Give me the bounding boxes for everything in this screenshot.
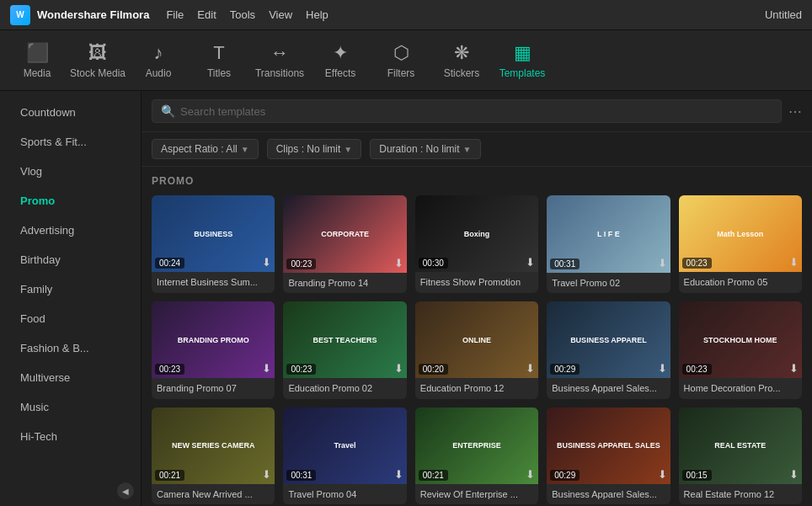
template-card-14[interactable]: BUSINESS APPAREL SALES00:29⬇Business App… [547,407,670,505]
template-thumb-8: ONLINE00:20⬇ [415,301,538,378]
template-download-10[interactable]: ⬇ [789,362,799,375]
template-card-8[interactable]: ONLINE00:20⬇Education Promo 12 [415,301,538,399]
filter-arrow-clips: ▼ [344,145,352,154]
template-download-14[interactable]: ⬇ [658,468,667,481]
template-card-9[interactable]: BUSINESS APPAREL00:29⬇Business Apparel S… [547,301,670,399]
template-name-2: Branding Promo 14 [283,273,406,293]
template-thumb-5: Math Lesson00:23⬇ [679,195,802,272]
toolbar-item-transitions[interactable]: ↔Transitions [249,32,310,89]
template-card-1[interactable]: BUSINESS00:24⬇Internet Business Sum... [152,195,275,293]
template-download-8[interactable]: ⬇ [526,362,535,375]
sidebar-item-countdown[interactable]: Countdown [3,99,137,126]
template-name-6: Branding Promo 07 [152,378,275,398]
menu-item-view[interactable]: View [269,8,292,21]
template-download-9[interactable]: ⬇ [658,362,667,375]
templates-label: Templates [499,67,546,79]
filter-clips[interactable]: Clips : No limit▼ [267,139,362,159]
template-download-13[interactable]: ⬇ [526,468,535,481]
template-card-3[interactable]: Boxing00:30⬇Fitness Show Promotion [415,195,538,293]
sidebar-item-birthday[interactable]: Birthday [3,246,137,274]
filter-aspect-ratio[interactable]: Aspect Ratio : All▼ [152,139,259,159]
more-options-icon[interactable]: ⋯ [788,104,802,120]
template-download-7[interactable]: ⬇ [394,362,403,375]
template-download-3[interactable]: ⬇ [526,256,535,269]
template-thumb-14: BUSINESS APPAREL SALES00:29⬇ [547,407,670,485]
stickers-label: Stickers [444,67,480,79]
template-card-15[interactable]: REAL ESTATE00:15⬇Real Estate Promo 12 [679,407,802,505]
template-card-7[interactable]: BEST TEACHERS00:23⬇Education Promo 02 [283,301,406,399]
title-bar: W Wondershare Filmora FileEditToolsViewH… [0,0,812,30]
toolbar-item-media[interactable]: ⬛Media [7,32,67,89]
filters-icon: ⬡ [393,42,409,64]
app-name: Wondershare Filmora [37,8,149,21]
transitions-icon: ↔ [270,42,289,64]
template-download-1[interactable]: ⬇ [262,256,271,269]
toolbar-item-titles[interactable]: TTitles [189,32,249,89]
titles-label: Titles [207,67,231,79]
content-area: 🔍 ⋯ Aspect Ratio : All▼Clips : No limit▼… [142,91,812,506]
templates-icon: ▦ [514,42,532,64]
template-download-12[interactable]: ⬇ [394,468,403,481]
sidebar-item-promo[interactable]: Promo [3,187,137,215]
template-thumb-text-11: NEW SERIES CAMERA [170,439,257,451]
app-logo: W [10,5,30,25]
sidebar-item-fashion[interactable]: Fashion & B... [3,334,137,362]
sidebar-item-music[interactable]: Music [3,393,137,421]
project-title: Untitled [765,8,802,21]
template-name-14: Business Apparel Sales... [547,484,670,504]
template-thumb-text-2: CORPORATE [319,228,371,240]
sidebar-item-vlog[interactable]: Vlog [3,157,137,185]
template-thumb-10: STOCKHOLM HOME00:23⬇ [679,301,802,378]
template-thumb-text-4: L I F E [596,228,622,240]
menu-item-help[interactable]: Help [306,8,329,21]
template-card-10[interactable]: STOCKHOLM HOME00:23⬇Home Decoration Pro.… [679,301,802,399]
template-download-11[interactable]: ⬇ [262,468,271,481]
filter-arrow-aspect-ratio: ▼ [241,145,249,154]
sidebar-item-sports-fit[interactable]: Sports & Fit... [3,128,137,156]
sidebar-item-hi-tech[interactable]: Hi-Tech [3,423,137,450]
template-name-8: Education Promo 12 [415,378,538,398]
sidebar-collapse-button[interactable]: ◀ [117,482,134,499]
template-thumb-1: BUSINESS00:24⬇ [152,195,275,272]
template-thumb-text-12: Travel [333,439,358,451]
search-input-wrap[interactable]: 🔍 [152,99,782,123]
title-bar-left: W Wondershare Filmora FileEditToolsViewH… [10,5,329,25]
sidebar-item-food[interactable]: Food [3,305,137,333]
filter-label-aspect-ratio: Aspect Ratio : All [161,143,238,155]
template-download-2[interactable]: ⬇ [394,257,403,269]
menu-item-tools[interactable]: Tools [230,8,255,21]
sidebar-item-advertising[interactable]: Advertising [3,216,137,244]
audio-label: Audio [146,67,172,79]
toolbar-item-audio[interactable]: ♪Audio [128,32,189,89]
template-download-4[interactable]: ⬇ [658,257,667,269]
template-download-5[interactable]: ⬇ [789,256,799,269]
template-download-6[interactable]: ⬇ [262,362,271,375]
template-thumb-3: Boxing00:30⬇ [415,195,538,272]
template-name-15: Real Estate Promo 12 [679,484,802,504]
template-card-6[interactable]: BRANDING PROMO00:23⬇Branding Promo 07 [152,301,275,399]
menu-item-edit[interactable]: Edit [197,8,216,21]
template-card-2[interactable]: CORPORATE00:23⬇Branding Promo 14 [283,195,406,293]
template-download-15[interactable]: ⬇ [789,468,799,481]
template-card-13[interactable]: ENTERPRISE00:21⬇Review Of Enterprise ... [415,407,538,505]
toolbar-item-effects[interactable]: ✦Effects [310,32,371,89]
template-card-12[interactable]: Travel00:31⬇Travel Promo 04 [283,407,406,505]
titles-icon: T [213,42,224,64]
template-thumb-text-7: BEST TEACHERS [312,334,379,346]
template-card-5[interactable]: Math Lesson00:23⬇Education Promo 05 [679,195,802,293]
toolbar-item-filters[interactable]: ⬡Filters [371,32,431,89]
template-thumb-6: BRANDING PROMO00:23⬇ [152,301,275,378]
template-card-11[interactable]: NEW SERIES CAMERA00:21⬇Camera New Arrive… [152,407,275,505]
toolbar-item-templates[interactable]: ▦Templates [492,32,553,89]
sidebar-item-multiverse[interactable]: Multiverse [3,364,137,391]
template-name-7: Education Promo 02 [283,378,406,398]
toolbar-item-stock-media[interactable]: 🖼Stock Media [67,32,128,89]
template-card-4[interactable]: L I F E00:31⬇Travel Promo 02 [547,195,670,293]
toolbar-item-stickers[interactable]: ❋Stickers [431,32,492,89]
template-name-3: Fitness Show Promotion [415,272,538,292]
template-name-13: Review Of Enterprise ... [415,484,538,504]
menu-item-file[interactable]: File [166,8,184,21]
sidebar-item-family[interactable]: Family [3,275,137,303]
search-input[interactable] [180,105,772,118]
filter-duration[interactable]: Duration : No limit▼ [370,139,480,159]
